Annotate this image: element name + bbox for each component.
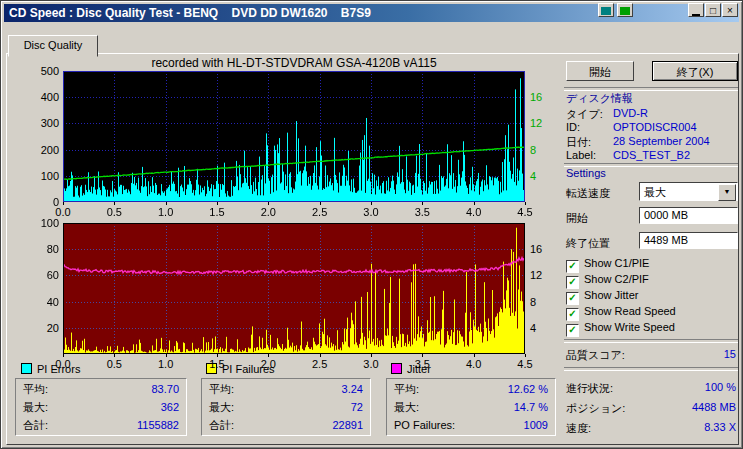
stat-value: 72	[351, 401, 363, 413]
x-axis-tick-label: 1.0	[153, 358, 179, 370]
x-axis-tick-label: 0.0	[50, 358, 76, 370]
checkbox-label: Show Jitter	[584, 289, 638, 301]
pi-errors-stats: 平均:83.70 最大:362 合計:1155882	[15, 378, 187, 436]
checkbox-check-icon[interactable]: ✓	[566, 324, 579, 337]
x-axis-tick-label: 2.0	[255, 206, 281, 218]
close-icon: ×	[727, 5, 733, 16]
divider	[564, 367, 738, 371]
show-read-speed-checkbox[interactable]: ✓Show Read Speed	[566, 305, 676, 319]
quality-score-value: 15	[641, 348, 736, 360]
settings-group-label: Settings	[566, 167, 606, 179]
y2-axis-tick-label: 12	[530, 117, 554, 129]
position-label: ポジション:	[566, 401, 625, 416]
y2-axis-tick-label: 4	[530, 322, 554, 334]
recorded-with-note: recorded with HL-DT-STDVDRAM GSA-4120B v…	[63, 56, 525, 70]
chevron-down-icon[interactable]: ▼	[718, 184, 736, 201]
stat-label: 最大:	[23, 400, 48, 415]
x-axis-tickmark	[371, 202, 372, 205]
y-axis-tick-label: 300	[19, 117, 59, 129]
checkbox-check-icon[interactable]: ✓	[566, 292, 579, 305]
stat-value: 1009	[524, 419, 548, 431]
start-button[interactable]: 開始	[566, 61, 634, 81]
transfer-speed-dropdown[interactable]: 最大 ▼	[639, 182, 738, 201]
quality-score-label: 品質スコア:	[566, 348, 625, 363]
x-axis-tickmark	[268, 202, 269, 205]
exit-button[interactable]: 終了(X)	[652, 61, 738, 81]
x-axis-tickmark	[422, 354, 423, 357]
x-axis-tick-label: 4.5	[512, 206, 538, 218]
end-position-field[interactable]: 4489 MB	[639, 232, 738, 249]
x-axis-tick-label: 1.5	[204, 206, 230, 218]
window-title: CD Speed : Disc Quality Test - BENQ DVD …	[9, 6, 371, 20]
stat-label: 平均:	[394, 382, 419, 397]
divider	[564, 339, 738, 343]
checkbox-label: Show Read Speed	[584, 305, 676, 317]
progress-value: 100 %	[641, 381, 736, 393]
y-axis-tick-label: 200	[19, 144, 59, 156]
stat-label: 平均:	[23, 382, 48, 397]
y-axis-tick-label: 20	[19, 322, 59, 334]
stat-value: 1155882	[137, 419, 179, 431]
x-axis-tick-label: 0.5	[101, 206, 127, 218]
app-icon-button-2[interactable]	[617, 3, 633, 17]
tab-disc-quality[interactable]: Disc Quality	[8, 35, 98, 57]
disc-label-value: CDS_TEST_B2	[613, 149, 690, 161]
start-position-field[interactable]: 0000 MB	[639, 207, 738, 224]
x-axis-tickmark	[114, 354, 115, 357]
checkbox-check-icon[interactable]: ✓	[566, 260, 579, 273]
speed-label: 速度:	[566, 421, 591, 436]
maximize-button[interactable]: □	[705, 3, 721, 17]
stat-value: 22891	[332, 419, 363, 431]
x-axis-tickmark	[63, 202, 64, 205]
disc-type-label: タイプ:	[566, 107, 603, 122]
x-axis-tickmark	[474, 354, 475, 357]
show-c1-pie-checkbox[interactable]: ✓Show C1/PIE	[566, 257, 649, 271]
stat-value: 362	[161, 401, 179, 413]
show-jitter-checkbox[interactable]: ✓Show Jitter	[566, 289, 638, 303]
close-button[interactable]: ×	[722, 3, 738, 17]
checkbox-label: Show Write Speed	[584, 321, 675, 333]
end-position-label: 終了位置	[566, 236, 610, 251]
transfer-speed-label: 転送速度	[566, 186, 610, 201]
jitter-stats: 平均:12.62 % 最大:14.7 % PO Failures:1009	[386, 378, 556, 436]
y2-axis-tick-label: 16	[530, 91, 554, 103]
show-c2-pif-checkbox[interactable]: ✓Show C2/PIF	[566, 273, 649, 287]
stat-value: 12.62 %	[508, 383, 548, 395]
x-axis-tick-label: 1.0	[153, 206, 179, 218]
minimize-button[interactable]	[688, 3, 704, 17]
disc-label-label: Label:	[566, 149, 596, 161]
x-axis-tick-label: 3.0	[358, 358, 384, 370]
start-position-label: 開始	[566, 211, 588, 226]
stat-label: 合計:	[23, 418, 48, 433]
x-axis-tick-label: 2.0	[255, 358, 281, 370]
checkbox-check-icon[interactable]: ✓	[566, 308, 579, 321]
jitter-swatch	[391, 363, 402, 374]
disc-date-value: 28 September 2004	[613, 135, 710, 147]
stat-label: 平均:	[209, 382, 234, 397]
y-axis-tick-label: 400	[19, 91, 59, 103]
checkbox-check-icon[interactable]: ✓	[566, 276, 579, 289]
tab-label: Disc Quality	[24, 39, 83, 51]
pie-errors-chart	[63, 71, 525, 202]
x-axis-tickmark	[525, 202, 526, 205]
disc-date-label: 日付:	[566, 135, 591, 150]
x-axis-tick-label: 4.5	[512, 358, 538, 370]
x-axis-tickmark	[320, 354, 321, 357]
stat-label: PO Failures:	[394, 419, 455, 431]
y2-axis-tick-label: 16	[530, 243, 554, 255]
speed-value: 8.33 X	[641, 421, 736, 433]
app-icon-button-1[interactable]	[598, 3, 614, 17]
stat-label: 合計:	[209, 418, 234, 433]
x-axis-tick-label: 3.5	[409, 206, 435, 218]
x-axis-tickmark	[525, 354, 526, 357]
show-write-speed-checkbox[interactable]: ✓Show Write Speed	[566, 321, 675, 335]
x-axis-tickmark	[217, 354, 218, 357]
chart-icon	[620, 7, 630, 15]
disc-id-value: OPTODISCR004	[613, 121, 697, 133]
position-value: 4488 MB	[641, 401, 736, 413]
stat-value: 14.7 %	[514, 401, 548, 413]
checkbox-label: Show C2/PIF	[584, 273, 649, 285]
y2-axis-tick-label: 8	[530, 296, 554, 308]
x-axis-tick-label: 3.0	[358, 206, 384, 218]
x-axis-tickmark	[371, 354, 372, 357]
